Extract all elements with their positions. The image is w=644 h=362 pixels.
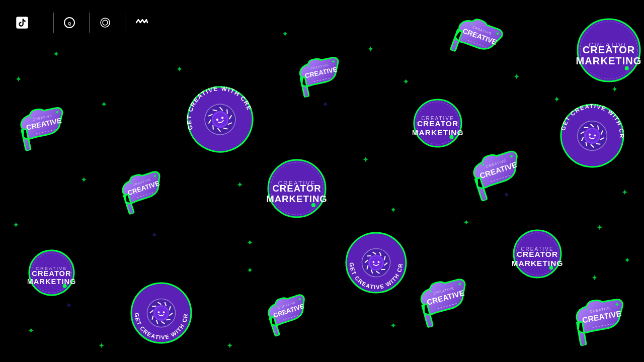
sticker-thumb: CREATIVE CREATIVE ✦ ✦ — [465, 146, 529, 203]
svg-text:CREATOR: CREATOR — [417, 119, 458, 128]
svg-point-31 — [63, 284, 67, 288]
sparkle-26: ✦ — [624, 256, 630, 264]
svg-point-2 — [101, 18, 110, 27]
svg-point-91 — [157, 311, 159, 313]
sparkle-21: ✦ — [28, 327, 34, 335]
influential-logo — [100, 17, 115, 28]
sparkle-10: ✦ — [611, 85, 618, 94]
svg-text:Q: Q — [68, 21, 71, 26]
sparkle-31: ✦ — [65, 302, 72, 310]
svg-point-109 — [372, 261, 374, 263]
sparkle-6: ✦ — [367, 45, 374, 53]
sticker-rotate-circle: GET CREATIVE WITH CREATORS — [557, 101, 628, 171]
sparkle-9: ✦ — [553, 96, 560, 104]
svg-point-108 — [370, 256, 382, 269]
sparkle-8: ✦ — [513, 73, 520, 81]
sticker-circle: CREATIVE CREATOR MARKETING — [28, 249, 75, 297]
sparkle-19: ✦ — [463, 219, 469, 227]
sparkle-23: ✦ — [226, 342, 233, 350]
svg-text:CREATOR: CREATOR — [32, 269, 71, 278]
sparkle-16: ✦ — [13, 221, 19, 229]
whalar-logo — [135, 19, 152, 27]
svg-point-3 — [103, 20, 108, 25]
sparkle-2: ✦ — [101, 101, 107, 109]
sparkle-17: ✦ — [247, 239, 253, 247]
divider-2 — [89, 13, 90, 33]
svg-text:CREATOR: CREATOR — [517, 250, 558, 258]
sparkle-24: ✦ — [390, 322, 396, 330]
sticker-thumb: CREATIVE CREATIVE ✦ ✦ — [413, 275, 475, 329]
sparkle-25: ✦ — [591, 274, 598, 282]
sticker-circle: CREATIVE CREATOR MARKETING — [512, 229, 562, 279]
creatoriq-icon: Q — [64, 17, 75, 28]
divider-1 — [53, 13, 54, 33]
tiktok-logo — [15, 16, 33, 30]
svg-point-10 — [450, 135, 454, 139]
sparkle-20: ✦ — [596, 224, 603, 232]
svg-text:MARKETING: MARKETING — [512, 259, 562, 267]
influential-icon — [100, 17, 111, 28]
svg-point-110 — [378, 261, 380, 263]
sparkle-3: ✦ — [176, 65, 183, 73]
svg-text:MARKETING: MARKETING — [576, 55, 641, 66]
creatoriq-logo: Q — [64, 17, 79, 28]
sparkle-13: ✦ — [362, 156, 369, 164]
svg-text:CREATOR: CREATOR — [272, 183, 321, 194]
sparkle-0: ✦ — [15, 75, 22, 83]
sticker-circle: CREATIVE CREATOR MARKETING — [267, 158, 327, 219]
svg-text:MARKETING: MARKETING — [413, 128, 463, 137]
svg-text:MARKETING: MARKETING — [28, 278, 75, 286]
svg-text:✦: ✦ — [585, 306, 590, 312]
divider-3 — [125, 13, 125, 33]
sticker-rotate-circle: GET CREATIVE WITH CREATORS — [130, 282, 193, 344]
sparkle-12: ✦ — [236, 181, 243, 189]
sparkle-27: ✦ — [151, 231, 157, 239]
tiktok-icon — [15, 16, 29, 30]
svg-point-92 — [163, 311, 165, 313]
whalar-icon — [135, 19, 148, 27]
header: Q — [0, 0, 644, 45]
sticker-rotate-circle: GET CREATIVE WITH CREATORS — [345, 231, 408, 294]
svg-point-24 — [625, 66, 629, 70]
sparkle-15: ✦ — [621, 189, 628, 197]
sparkle-22: ✦ — [98, 342, 105, 350]
sticker-thumb: CREATIVE CREATIVE ✦ ✦ — [115, 167, 170, 216]
sparkle-18: ✦ — [247, 266, 253, 275]
sparkle-28: ✦ — [322, 101, 329, 109]
sticker-thumb: CREATIVE CREATIVE ✦ ✦ — [293, 53, 345, 98]
sticker-thumb: CREATIVE CREATIVE ✦ ✦ — [261, 291, 313, 337]
svg-text:CREATOR: CREATOR — [583, 44, 635, 55]
sticker-thumb: CREATIVE CREATIVE ✦ ✦ — [569, 295, 630, 347]
sticker-circle: CREATIVE CREATOR MARKETING — [413, 98, 463, 148]
svg-point-90 — [155, 307, 168, 319]
svg-point-17 — [311, 203, 315, 207]
sparkle-11: ✦ — [80, 176, 87, 184]
svg-text:MARKETING: MARKETING — [267, 194, 327, 204]
sparkle-14: ✦ — [390, 206, 396, 214]
sparkle-7: ✦ — [403, 78, 409, 86]
svg-point-38 — [549, 266, 553, 270]
sticker-rotate-circle: GET CREATIVE WITH CREATORS — [181, 80, 259, 158]
sticker-thumb: CREATIVE CREATIVE ✦ ✦ — [14, 104, 70, 152]
sparkle-1: ✦ — [53, 50, 59, 58]
